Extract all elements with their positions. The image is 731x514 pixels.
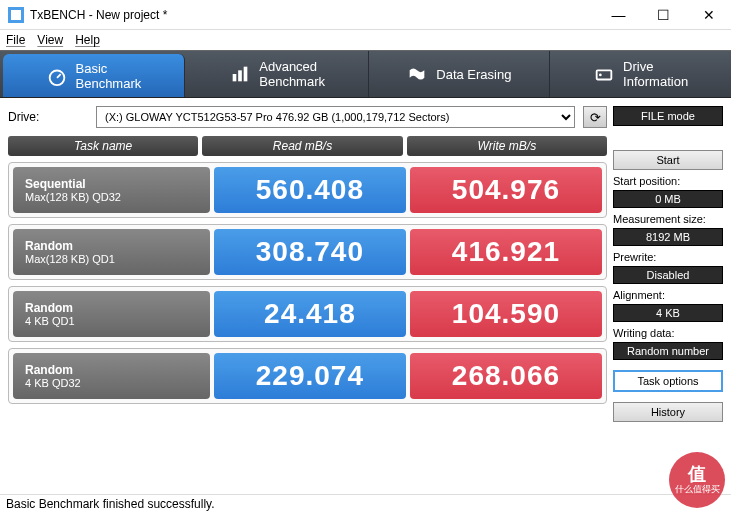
maximize-button[interactable]: ☐ <box>641 0 686 30</box>
status-bar: Basic Benchmark finished successfully. <box>0 494 731 514</box>
benchmark-row: RandomMax(128 KB) QD1308.740416.921 <box>8 224 607 280</box>
task-options-button[interactable]: Task options <box>613 370 723 392</box>
start-button[interactable]: Start <box>613 150 723 170</box>
alignment-value: 4 KB <box>613 304 723 322</box>
chart-icon <box>229 63 251 85</box>
header-task: Task name <box>8 136 198 156</box>
svg-rect-1 <box>11 10 21 20</box>
header-write: Write mB/s <box>407 136 607 156</box>
watermark: 值 什么值得买 <box>669 452 725 508</box>
benchmark-row: SequentialMax(128 KB) QD32560.408504.976 <box>8 162 607 218</box>
drive-label: Drive: <box>8 110 88 124</box>
prewrite-label: Prewrite: <box>613 251 723 263</box>
history-button[interactable]: History <box>613 402 723 422</box>
svg-rect-5 <box>238 70 242 81</box>
header-row: Task name Read mB/s Write mB/s <box>8 136 607 156</box>
alignment-label: Alignment: <box>613 289 723 301</box>
start-position-label: Start position: <box>613 175 723 187</box>
menu-view[interactable]: View <box>37 33 63 47</box>
svg-rect-4 <box>233 74 237 81</box>
erase-icon <box>406 63 428 85</box>
task-name[interactable]: RandomMax(128 KB) QD1 <box>13 229 210 275</box>
drive-icon <box>593 63 615 85</box>
write-value: 268.066 <box>410 353 602 399</box>
menu-help[interactable]: Help <box>75 33 100 47</box>
tab-data-erasing[interactable]: Data Erasing <box>369 51 551 97</box>
read-value: 229.074 <box>214 353 406 399</box>
read-value: 308.740 <box>214 229 406 275</box>
menu-bar: File View Help <box>0 30 731 50</box>
task-name[interactable]: SequentialMax(128 KB) QD32 <box>13 167 210 213</box>
drive-select[interactable]: (X:) GLOWAY YCT512G53-57 Pro 476.92 GB (… <box>96 106 575 128</box>
read-value: 24.418 <box>214 291 406 337</box>
measurement-size-value: 8192 MB <box>613 228 723 246</box>
writing-data-value: Random number <box>613 342 723 360</box>
reload-button[interactable]: ⟳ <box>583 106 607 128</box>
measurement-size-label: Measurement size: <box>613 213 723 225</box>
svg-point-8 <box>599 74 602 77</box>
file-mode-button[interactable]: FILE mode <box>613 106 723 126</box>
tab-basic-benchmark[interactable]: BasicBenchmark <box>3 54 185 97</box>
benchmark-row: Random4 KB QD32229.074268.066 <box>8 348 607 404</box>
write-value: 504.976 <box>410 167 602 213</box>
tab-advanced-benchmark[interactable]: AdvancedBenchmark <box>187 51 369 97</box>
app-icon <box>8 7 24 23</box>
tab-drive-information[interactable]: DriveInformation <box>550 51 731 97</box>
svg-rect-7 <box>597 70 612 79</box>
svg-rect-6 <box>244 67 248 82</box>
header-read: Read mB/s <box>202 136 402 156</box>
side-panel: FILE mode Start Start position: 0 MB Mea… <box>613 106 723 490</box>
tab-bar: BasicBenchmark AdvancedBenchmark Data Er… <box>0 50 731 98</box>
close-button[interactable]: ✕ <box>686 0 731 30</box>
task-name[interactable]: Random4 KB QD32 <box>13 353 210 399</box>
start-position-value: 0 MB <box>613 190 723 208</box>
read-value: 560.408 <box>214 167 406 213</box>
write-value: 104.590 <box>410 291 602 337</box>
writing-data-label: Writing data: <box>613 327 723 339</box>
benchmark-row: Random4 KB QD124.418104.590 <box>8 286 607 342</box>
minimize-button[interactable]: — <box>596 0 641 30</box>
write-value: 416.921 <box>410 229 602 275</box>
svg-line-3 <box>57 74 61 78</box>
menu-file[interactable]: File <box>6 33 25 47</box>
window-title: TxBENCH - New project * <box>30 8 596 22</box>
prewrite-value: Disabled <box>613 266 723 284</box>
task-name[interactable]: Random4 KB QD1 <box>13 291 210 337</box>
gauge-icon <box>46 65 68 87</box>
titlebar: TxBENCH - New project * — ☐ ✕ <box>0 0 731 30</box>
